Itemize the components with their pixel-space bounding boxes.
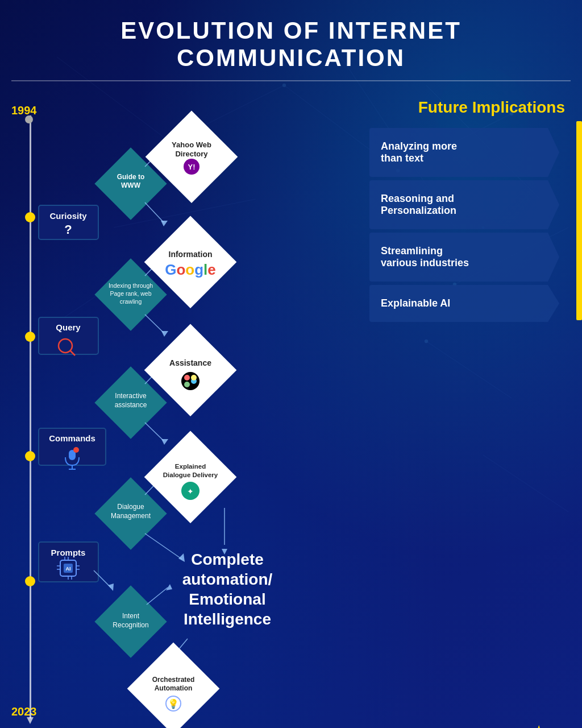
- svg-marker-31: [161, 221, 168, 226]
- svg-text:automation/: automation/: [182, 570, 273, 588]
- logo: NINE LE★PS: [475, 723, 565, 728]
- svg-text:Management: Management: [111, 512, 151, 520]
- svg-marker-97: [108, 584, 114, 591]
- svg-text:Guide to: Guide to: [117, 173, 145, 181]
- svg-marker-45: [161, 331, 168, 337]
- svg-point-61: [191, 375, 197, 380]
- svg-marker-63: [161, 439, 168, 445]
- svg-text:Recognition: Recognition: [113, 621, 148, 629]
- svg-point-70: [73, 447, 79, 453]
- svg-text:Query: Query: [56, 322, 81, 332]
- svg-text:Explained: Explained: [175, 463, 206, 470]
- svg-line-81: [145, 533, 182, 559]
- header: EVOLUTION OF INTERNET COMMUNICATION: [11, 0, 571, 81]
- svg-text:AI: AI: [66, 566, 71, 572]
- logo-suffix: PS: [546, 726, 565, 728]
- svg-text:Curiosity: Curiosity: [49, 211, 87, 221]
- implication-item-1: Analyzing morethan text: [369, 128, 559, 177]
- page-title: EVOLUTION OF INTERNET COMMUNICATION: [23, 17, 559, 72]
- svg-text:Intent: Intent: [122, 612, 140, 620]
- svg-text:Directory: Directory: [175, 150, 208, 158]
- svg-text:WWW: WWW: [121, 181, 141, 189]
- svg-text:Interactive: Interactive: [115, 392, 147, 400]
- implication-item-3: Streamliningvarious industries: [369, 233, 559, 282]
- svg-text:Dialogue: Dialogue: [117, 503, 144, 511]
- svg-marker-82: [178, 553, 185, 562]
- implication-item-4: Explainable AI: [369, 285, 559, 322]
- svg-text:Orchestrated: Orchestrated: [152, 676, 195, 684]
- svg-line-44: [145, 315, 164, 333]
- svg-text:Yahoo Web: Yahoo Web: [172, 140, 211, 149]
- svg-text:Information: Information: [169, 250, 213, 259]
- svg-line-101: [147, 588, 168, 605]
- svg-text:Google: Google: [165, 261, 216, 278]
- svg-marker-102: [166, 584, 172, 590]
- svg-text:Emotional: Emotional: [189, 590, 265, 608]
- svg-point-57: [181, 372, 199, 390]
- implication-item-2: Reasoning andPersonalization: [369, 180, 559, 229]
- svg-line-30: [145, 202, 164, 222]
- svg-text:Automation: Automation: [155, 684, 193, 692]
- timeline-section: 1994 2023 Guide to WWW: [0, 87, 364, 728]
- logo-star: ★: [532, 723, 546, 728]
- svg-text:Indexing through: Indexing through: [109, 282, 153, 289]
- svg-text:✦: ✦: [187, 487, 194, 496]
- accent-bar: [576, 121, 582, 320]
- svg-text:Intelligence: Intelligence: [184, 610, 271, 628]
- svg-point-58: [184, 375, 190, 380]
- svg-text:Page rank, web: Page rank, web: [110, 290, 152, 297]
- svg-text:assistance: assistance: [115, 401, 147, 409]
- svg-point-60: [184, 382, 190, 387]
- svg-text:Dialogue Delivery: Dialogue Delivery: [163, 471, 218, 478]
- svg-text:Assistance: Assistance: [169, 358, 211, 367]
- svg-text:Prompts: Prompts: [51, 548, 86, 557]
- logo-text: NINE LE: [475, 726, 532, 728]
- future-section: Future Implications Analyzing morethan t…: [364, 87, 582, 728]
- svg-text:Complete: Complete: [191, 551, 264, 568]
- svg-text:Y!: Y!: [188, 163, 196, 171]
- svg-text:💡: 💡: [168, 698, 179, 709]
- svg-text:Commands: Commands: [49, 433, 95, 443]
- svg-text:crawling: crawling: [120, 298, 142, 305]
- timeline-diagram: Guide to WWW Yahoo Web Directory Y! Curi…: [0, 93, 330, 728]
- svg-text:?: ?: [64, 222, 72, 237]
- svg-line-62: [145, 423, 164, 441]
- future-title: Future Implications: [369, 98, 571, 117]
